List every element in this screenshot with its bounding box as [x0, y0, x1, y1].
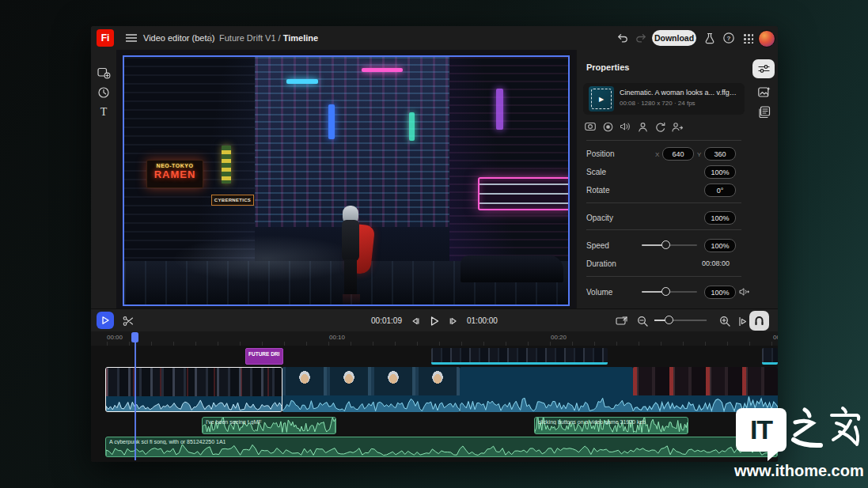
breadcrumb-page: Timeline	[283, 33, 318, 43]
desktop-background: Fi Video editor (beta) Future Drift V1 /…	[0, 0, 868, 488]
speaker-icon[interactable]	[738, 286, 749, 297]
svg-text:?: ?	[727, 35, 731, 42]
duration-value: 00:08:00	[702, 259, 730, 267]
neon-sign-cybernetics: CYBERNETICS	[211, 195, 254, 206]
breadcrumb-project[interactable]: Future Drift V1	[219, 33, 276, 43]
transport-controls: 00:01:09 01:00:00	[371, 309, 498, 332]
position-label: Position	[586, 149, 615, 158]
video-clip-2[interactable]	[282, 367, 460, 412]
scissors-icon[interactable]	[121, 314, 135, 328]
y-label: Y	[697, 151, 701, 158]
video-preview[interactable]: NEO-TOKYO RAMEN CYBERNETICS	[123, 55, 570, 306]
mask-icon[interactable]	[602, 121, 613, 132]
clip-action-row	[585, 121, 683, 132]
prev-frame-icon[interactable]	[411, 316, 420, 326]
zoom-in-icon[interactable]	[718, 314, 732, 328]
play-icon[interactable]	[429, 316, 440, 327]
history-icon[interactable]	[97, 85, 111, 100]
download-button[interactable]: Download	[652, 30, 696, 46]
music-clip[interactable]: A cyberpunk sci fi song, with or 8512422…	[105, 437, 778, 457]
rotate-field[interactable]: 0°	[704, 183, 736, 197]
volume-label: Volume	[586, 288, 612, 297]
speed-field[interactable]: 100%	[704, 239, 736, 252]
undo-icon[interactable]	[615, 31, 629, 45]
left-toolbar: T	[91, 50, 116, 308]
ithome-logo: IT	[736, 408, 787, 452]
duration-label: Duration	[586, 259, 616, 268]
ruler-tick: 00:20	[551, 334, 567, 341]
app-window: Fi Video editor (beta) Future Drift V1 /…	[91, 26, 778, 462]
export-character-icon[interactable]	[672, 121, 683, 132]
timeline-toolbar: 00:01:09 01:00:00	[91, 308, 778, 332]
speed-slider[interactable]	[642, 240, 697, 250]
timeline-ruler[interactable]: 00:00 00:10 00:20 00:30	[91, 331, 778, 346]
firefly-logo[interactable]: Fi	[97, 29, 114, 47]
volume-field[interactable]: 100%	[704, 286, 736, 299]
notes-icon[interactable]	[757, 104, 771, 119]
right-toolbar	[750, 50, 778, 308]
volume-slider[interactable]	[642, 287, 697, 297]
video-clip-1[interactable]	[105, 367, 282, 412]
clip-meta: 00:08 · 1280 x 720 · 24 fps	[620, 100, 696, 107]
regenerate-icon[interactable]	[654, 121, 665, 132]
fit-timeline-icon[interactable]	[614, 314, 628, 328]
speed-label: Speed	[586, 241, 609, 250]
ruler-tick: 00:00	[107, 334, 123, 341]
avatar[interactable]	[758, 30, 775, 47]
select-tool-icon[interactable]	[97, 312, 114, 329]
beaker-icon[interactable]	[703, 31, 717, 45]
apps-grid-icon[interactable]	[741, 31, 755, 45]
help-icon[interactable]: ?	[722, 31, 736, 45]
opacity-field[interactable]: 100%	[704, 211, 736, 225]
properties-sliders-icon[interactable]	[752, 59, 775, 78]
zoom-slider[interactable]	[654, 320, 707, 321]
next-frame-icon[interactable]	[449, 316, 458, 326]
ithome-url: www.ithome.com	[734, 462, 861, 480]
building-right	[449, 57, 568, 272]
overlay-video-clip[interactable]	[762, 348, 778, 365]
current-time: 00:01:09	[371, 316, 402, 325]
magnet-icon[interactable]	[749, 311, 769, 331]
video-clip-4[interactable]	[633, 367, 778, 412]
timeline-tracks: FUTURE DRI I've been	[91, 346, 778, 462]
redo-icon[interactable]	[634, 31, 648, 45]
ithome-cjk-calligraphy	[790, 405, 863, 457]
video-scene: NEO-TOKYO RAMEN CYBERNETICS	[124, 57, 568, 305]
rotate-label: Rotate	[586, 186, 609, 195]
character-icon[interactable]	[637, 121, 648, 132]
scale-label: Scale	[586, 168, 606, 176]
topbar: Fi Video editor (beta) Future Drift V1 /…	[91, 26, 778, 51]
playhead-handle[interactable]	[131, 332, 138, 342]
position-x-field[interactable]: 640	[662, 147, 694, 161]
properties-panel: Properties ▶ Cinematic. A woman looks a.…	[576, 50, 751, 308]
divider	[210, 32, 210, 44]
clip-title: Cinematic. A woman looks a... v.ffgenvid	[620, 89, 740, 96]
text-tool-icon[interactable]: T	[97, 105, 111, 119]
overlay-video-clip[interactable]	[431, 348, 608, 365]
zoom-out-icon[interactable]	[635, 314, 650, 328]
camera-icon[interactable]	[585, 121, 596, 132]
breadcrumb[interactable]: Future Drift V1 / Timeline	[219, 33, 318, 43]
position-y-field[interactable]: 360	[704, 147, 736, 161]
sfx-clip-2[interactable]: clicking buttons on a video game 31920 k…	[534, 417, 688, 434]
split-clip-icon[interactable]	[735, 314, 749, 328]
add-media-icon[interactable]	[97, 66, 111, 80]
audio-out-icon[interactable]	[620, 121, 631, 132]
neon-sign-vertical	[222, 146, 231, 183]
scale-field[interactable]: 100%	[704, 165, 736, 179]
clip-thumbnail: ▶	[589, 86, 614, 112]
ruler-tick: 00:10	[329, 334, 345, 341]
neon-sign-pink	[478, 177, 570, 210]
sfx-clip-1[interactable]: I've been seeing t gMF	[202, 417, 336, 434]
breadcrumb-separator: /	[279, 33, 281, 43]
play-icon: ▶	[599, 96, 604, 103]
ithome-logo-cjk-text: 之家	[0, 0, 1, 1]
clip-card[interactable]: ▶ Cinematic. A woman looks a... v.ffgenv…	[583, 83, 745, 115]
app-title: Video editor (beta)	[143, 33, 214, 43]
video-clip-3[interactable]	[460, 367, 633, 412]
parked-car	[461, 255, 563, 282]
hamburger-icon[interactable]	[124, 31, 138, 45]
title-clip[interactable]: FUTURE DRI	[245, 348, 283, 365]
generate-image-icon[interactable]	[757, 85, 771, 99]
city-backdrop	[243, 57, 472, 227]
